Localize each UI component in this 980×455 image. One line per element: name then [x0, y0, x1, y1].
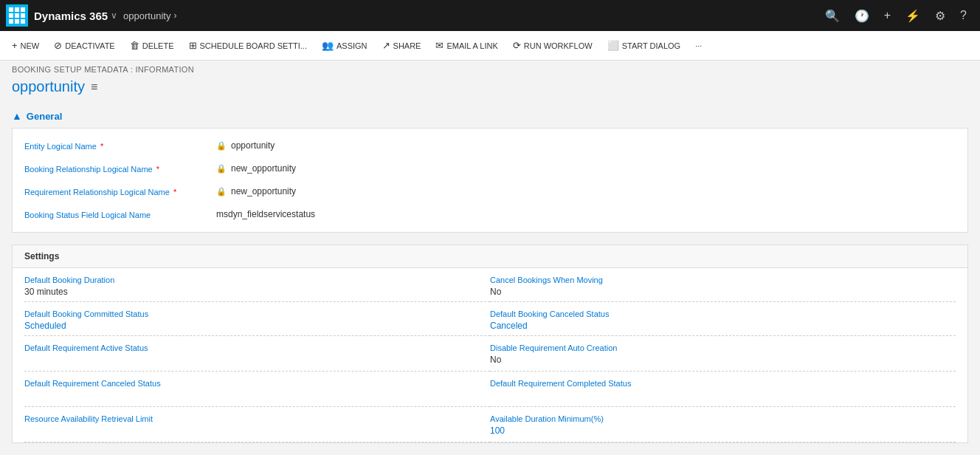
dialog-icon: ⬜ — [607, 40, 619, 51]
cancel-bookings-label: Cancel Bookings When Moving — [490, 276, 950, 284]
schedule-icon: ⊞ — [189, 40, 197, 51]
booking-relationship-value: 🔒 new_opportunity — [216, 163, 296, 174]
search-icon[interactable]: 🔍 — [825, 9, 840, 23]
default-requirement-active-label: Default Requirement Active Status — [24, 343, 472, 352]
waffle-button[interactable] — [6, 4, 28, 27]
default-booking-canceled-label: Default Booking Canceled Status — [490, 309, 950, 318]
assign-icon: 👥 — [322, 40, 334, 51]
entity-logical-name-label: Entity Logical Name * — [24, 140, 216, 151]
assign-button[interactable]: 👥 ASSIGN — [316, 37, 373, 54]
settings-header: Settings — [13, 245, 967, 268]
start-dialog-button[interactable]: ⬜ START DIALOG — [601, 37, 686, 54]
lock-icon: 🔒 — [216, 141, 227, 151]
toolbar: + NEW ⊘ DEACTIVATE 🗑 DELETE ⊞ SCHEDULE B… — [0, 31, 980, 61]
default-requirement-canceled-field: Default Requirement Canceled Status — [24, 372, 490, 407]
settings-icon[interactable]: ⚙ — [935, 9, 945, 23]
run-workflow-button[interactable]: ⟳ RUN WORKFLOW — [507, 37, 598, 54]
entity-logical-name-row: Entity Logical Name * 🔒 opportunity — [24, 134, 956, 157]
email-link-button[interactable]: ✉ EMAIL A LINK — [429, 37, 503, 54]
disable-requirement-value: No — [490, 355, 950, 365]
page-title-bar: opportunity ≡ — [0, 75, 980, 104]
nav-breadcrumb[interactable]: opportunity — [123, 10, 170, 21]
general-section-header: ▲ General — [12, 110, 968, 122]
resource-availability-label: Resource Availability Retrieval Limit — [24, 414, 472, 423]
waffle-icon — [9, 7, 25, 24]
deactivate-button[interactable]: ⊘ DEACTIVATE — [48, 37, 120, 54]
default-requirement-canceled-value — [24, 390, 472, 402]
content-area: ▲ General Entity Logical Name * 🔒 opport… — [0, 104, 980, 449]
default-booking-committed-value[interactable]: Scheduled — [24, 321, 472, 331]
new-button[interactable]: + NEW — [6, 37, 45, 54]
cancel-bookings-field: Cancel Bookings When Moving No — [490, 268, 956, 302]
requirement-relationship-value: 🔒 new_opportunity — [216, 186, 296, 196]
more-button[interactable]: ··· — [689, 38, 708, 53]
settings-section: Settings Default Booking Duration 30 min… — [12, 244, 968, 443]
default-booking-committed-label: Default Booking Committed Status — [24, 309, 472, 318]
help-icon[interactable]: ? — [960, 9, 967, 22]
nav-arrow-icon: › — [173, 10, 176, 21]
requirement-relationship-label: Requirement Relationship Logical Name * — [24, 186, 216, 196]
required-indicator: * — [173, 188, 176, 196]
lock-icon: 🔒 — [216, 164, 227, 174]
default-booking-canceled-value[interactable]: Canceled — [490, 321, 950, 331]
requirement-relationship-row: Requirement Relationship Logical Name * … — [24, 180, 956, 203]
booking-relationship-label: Booking Relationship Logical Name * — [24, 163, 216, 174]
new-icon: + — [12, 40, 18, 51]
disable-requirement-field: Disable Requirement Auto Creation No — [490, 336, 956, 372]
default-requirement-active-field: Default Requirement Active Status — [24, 336, 490, 372]
page-title: opportunity — [12, 78, 85, 95]
schedule-board-button[interactable]: ⊞ SCHEDULE BOARD SETTI... — [183, 37, 313, 54]
history-icon[interactable]: 🕐 — [855, 9, 869, 23]
settings-body: Default Booking Duration 30 minutes Canc… — [13, 268, 967, 442]
delete-icon: 🗑 — [130, 40, 139, 51]
booking-relationship-row: Booking Relationship Logical Name * 🔒 ne… — [24, 157, 956, 180]
add-icon[interactable]: + — [884, 9, 891, 22]
disable-requirement-label: Disable Requirement Auto Creation — [490, 343, 950, 352]
general-form-card: Entity Logical Name * 🔒 opportunity Book… — [12, 128, 968, 233]
available-duration-label: Available Duration Minimum(%) — [490, 414, 950, 423]
settings-grid: Default Booking Duration 30 minutes Canc… — [24, 268, 956, 442]
share-label: SHARE — [393, 41, 421, 50]
record-menu-icon[interactable]: ≡ — [91, 81, 97, 94]
breadcrumb-text: BOOKING SETUP METADATA : INFORMATION — [12, 65, 194, 74]
filter-icon[interactable]: ⚡ — [905, 9, 920, 23]
section-collapse-icon[interactable]: ▲ — [12, 110, 22, 122]
required-indicator: * — [156, 165, 159, 174]
default-booking-duration-value: 30 minutes — [24, 287, 472, 297]
booking-status-field-value: msdyn_fieldservicestatus — [216, 209, 315, 219]
default-booking-duration-field: Default Booking Duration 30 minutes — [24, 268, 490, 302]
lock-icon: 🔒 — [216, 187, 227, 196]
top-nav: Dynamics 365 ∨ opportunity › 🔍 🕐 + ⚡ ⚙ ? — [0, 0, 980, 31]
new-label: NEW — [21, 41, 40, 50]
app-title: Dynamics 365 — [34, 10, 108, 22]
entity-logical-name-value: 🔒 opportunity — [216, 140, 275, 151]
default-requirement-completed-value — [490, 390, 950, 402]
delete-label: DELETE — [142, 41, 174, 50]
default-requirement-canceled-label: Default Requirement Canceled Status — [24, 379, 472, 388]
breadcrumb: BOOKING SETUP METADATA : INFORMATION — [0, 61, 980, 75]
dialog-label: START DIALOG — [622, 41, 680, 50]
general-section-title: General — [27, 111, 62, 122]
deactivate-icon: ⊘ — [54, 40, 62, 51]
email-icon: ✉ — [435, 40, 444, 51]
booking-status-field-row: Booking Status Field Logical Name msdyn_… — [24, 203, 956, 226]
default-booking-duration-label: Default Booking Duration — [24, 276, 472, 284]
available-duration-value[interactable]: 100 — [490, 425, 950, 436]
schedule-label: SCHEDULE BOARD SETTI... — [200, 41, 307, 50]
share-button[interactable]: ↗ SHARE — [376, 37, 427, 54]
available-duration-field: Available Duration Minimum(%) 100 — [490, 407, 956, 442]
default-requirement-completed-label: Default Requirement Completed Status — [490, 379, 950, 388]
more-label: ··· — [695, 41, 702, 50]
workflow-label: RUN WORKFLOW — [524, 41, 593, 50]
workflow-icon: ⟳ — [513, 40, 521, 51]
nav-chevron-icon: ∨ — [111, 10, 117, 21]
deactivate-label: DEACTIVATE — [65, 41, 114, 50]
resource-availability-field: Resource Availability Retrieval Limit — [24, 407, 490, 442]
delete-button[interactable]: 🗑 DELETE — [124, 37, 180, 54]
required-indicator: * — [100, 142, 103, 151]
email-label: EMAIL A LINK — [446, 41, 497, 50]
cancel-bookings-value: No — [490, 287, 950, 297]
default-booking-committed-field: Default Booking Committed Status Schedul… — [24, 302, 490, 336]
assign-label: ASSIGN — [337, 41, 368, 50]
resource-availability-value — [24, 425, 472, 437]
